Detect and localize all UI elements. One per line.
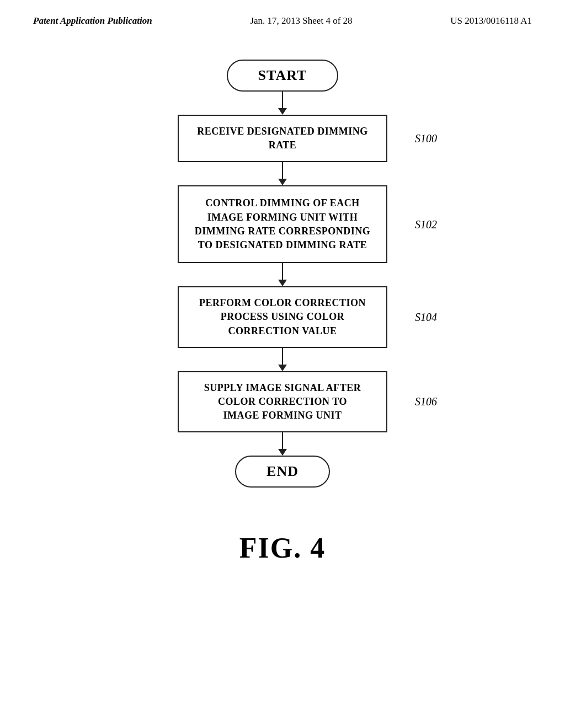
step-s104-box: PERFORM COLOR CORRECTIONPROCESS USING CO… <box>178 286 387 348</box>
step-s104-wrapper: PERFORM COLOR CORRECTIONPROCESS USING CO… <box>178 286 387 348</box>
end-capsule: END <box>235 456 330 488</box>
step-s106-label: S106 <box>415 395 437 408</box>
arrow-line-2 <box>282 162 284 179</box>
step-s100-wrapper: RECEIVE DESIGNATED DIMMING RATE S100 <box>178 115 387 162</box>
arrow-line-5 <box>282 432 284 449</box>
step-s102-label: S102 <box>415 218 437 231</box>
step-s102-wrapper: CONTROL DIMMING OF EACHIMAGE FORMING UNI… <box>178 185 387 263</box>
figure-caption: FIG. 4 <box>239 532 326 564</box>
arrow-line-4 <box>282 348 284 365</box>
step-s100-label: S100 <box>415 132 437 145</box>
arrowhead-3 <box>278 280 287 286</box>
header-publication-type: Patent Application Publication <box>33 15 152 26</box>
arrow-line-1 <box>282 92 284 108</box>
arrow-3 <box>278 263 287 286</box>
arrow-1 <box>278 92 287 115</box>
start-wrapper: START <box>227 60 339 92</box>
page-header: Patent Application Publication Jan. 17, … <box>0 0 565 26</box>
step-s106-wrapper: SUPPLY IMAGE SIGNAL AFTERCOLOR CORRECTIO… <box>178 371 387 433</box>
arrow-4 <box>278 348 287 371</box>
diagram-area: START RECEIVE DESIGNATED DIMMING RATE S1… <box>0 26 565 564</box>
start-capsule: START <box>227 60 339 92</box>
arrow-5 <box>278 432 287 456</box>
arrowhead-2 <box>278 179 287 185</box>
step-s106-box: SUPPLY IMAGE SIGNAL AFTERCOLOR CORRECTIO… <box>178 371 387 433</box>
arrowhead-1 <box>278 108 287 115</box>
arrowhead-4 <box>278 365 287 371</box>
flowchart: START RECEIVE DESIGNATED DIMMING RATE S1… <box>117 60 448 488</box>
arrow-line-3 <box>282 263 284 280</box>
step-s102-box: CONTROL DIMMING OF EACHIMAGE FORMING UNI… <box>178 185 387 263</box>
header-date-sheet: Jan. 17, 2013 Sheet 4 of 28 <box>250 15 352 26</box>
step-s100-box: RECEIVE DESIGNATED DIMMING RATE <box>178 115 387 162</box>
arrowhead-5 <box>278 449 287 456</box>
header-patent-number: US 2013/0016118 A1 <box>450 15 532 26</box>
end-wrapper: END <box>235 456 330 488</box>
arrow-2 <box>278 162 287 185</box>
step-s104-label: S104 <box>415 311 437 323</box>
